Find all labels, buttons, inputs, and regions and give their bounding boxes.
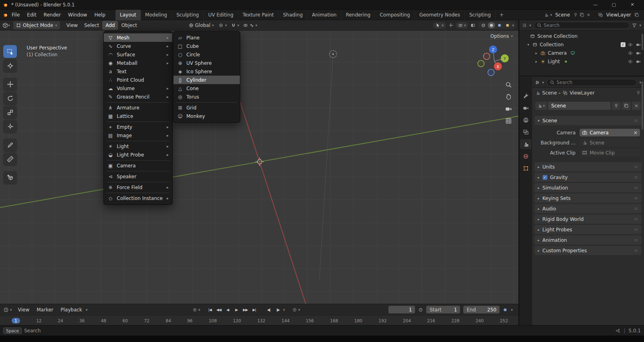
viewport-menu[interactable]: View xyxy=(63,21,81,30)
jump-to-end-button[interactable]: ▶| xyxy=(250,306,258,313)
shading-material-button[interactable] xyxy=(496,22,503,29)
chevron-down-icon[interactable]: ▾ xyxy=(529,23,531,27)
orientation-selector[interactable]: Global ▾ xyxy=(189,23,214,28)
topbar-menu[interactable]: Help xyxy=(91,10,109,20)
zoom-icon[interactable] xyxy=(505,81,512,88)
axis-negative-y-ball[interactable] xyxy=(478,60,484,67)
chevron-down-icon[interactable]: ▾ xyxy=(10,308,12,312)
grip-icon[interactable] xyxy=(634,118,638,123)
frame-number[interactable]: 144 xyxy=(281,318,289,323)
properties-section[interactable]: ▸ ✓ Rigid Body World xyxy=(535,214,642,224)
pin-icon[interactable] xyxy=(573,12,578,17)
prev-keyframe-button[interactable]: ◀◀ xyxy=(215,306,223,313)
close-button[interactable]: ✕ xyxy=(623,0,642,10)
chevron-down-icon[interactable]: ▾ xyxy=(255,23,257,27)
hide-in-viewport-eye-icon[interactable] xyxy=(628,59,633,64)
property-value-field[interactable]: Scene × xyxy=(580,139,640,146)
frame-number[interactable]: 96 xyxy=(187,318,192,323)
grip-icon[interactable] xyxy=(634,185,638,190)
outliner-item-label[interactable]: Camera xyxy=(548,50,567,56)
mesh-menu-item[interactable]: ⊞ Grid xyxy=(173,103,240,112)
annotate-tool[interactable] xyxy=(3,138,17,151)
outliner-row[interactable]: Scene Collection ✓ xyxy=(519,32,644,40)
editor-type-icon[interactable] xyxy=(2,23,8,28)
outliner-item-label[interactable]: Collection xyxy=(540,42,564,47)
scene-browse-icon[interactable] xyxy=(544,12,549,17)
unlink-button[interactable] xyxy=(632,102,641,110)
mesh-menu-item[interactable]: ◈ Ico Sphere xyxy=(173,67,240,76)
chevron-down-icon[interactable]: ▾ xyxy=(542,80,544,84)
grip-icon[interactable] xyxy=(634,227,638,232)
mesh-menu-item[interactable]: ⊕ UV Sphere xyxy=(173,59,240,67)
expander-icon[interactable]: ▸ xyxy=(534,51,539,55)
outliner-item-label[interactable]: Light xyxy=(548,59,560,64)
properties-scrollbar[interactable] xyxy=(642,81,643,130)
frame-number[interactable]: 1 xyxy=(12,318,20,323)
breadcrumb-scene[interactable]: Scene xyxy=(542,90,557,96)
mesh-menu-item[interactable]: ◎ Torus xyxy=(173,93,240,101)
maximize-button[interactable]: ▢ xyxy=(605,0,623,10)
add-menu-item[interactable]: ◉ Metaball ▸ xyxy=(104,59,172,67)
add-menu-item[interactable]: ▽ Mesh ▸ xyxy=(104,33,172,42)
grip-icon[interactable] xyxy=(634,238,638,243)
frame-number[interactable]: 48 xyxy=(101,318,106,323)
gravity-checkbox[interactable]: ✓ xyxy=(543,175,547,180)
add-cube-tool[interactable] xyxy=(3,171,17,184)
collection-checkbox[interactable]: ✓ xyxy=(621,42,625,47)
add-menu-item[interactable]: ⊲ Speaker ▸ xyxy=(104,172,172,181)
show-overlays[interactable]: ▾ xyxy=(456,22,469,29)
disable-in-renders-camera-icon[interactable] xyxy=(636,51,641,56)
tab-tool[interactable] xyxy=(520,91,531,101)
rotate-tool[interactable] xyxy=(3,92,17,105)
chevron-down-icon[interactable]: ▾ xyxy=(511,308,513,312)
timeline-menu[interactable]: Marker xyxy=(33,305,57,315)
outliner-row[interactable]: ▸ Light ✓ xyxy=(519,57,644,66)
timeline-menu[interactable]: View xyxy=(14,305,33,315)
camera-view-icon[interactable] xyxy=(505,105,512,112)
add-menu-item[interactable]: ▤ Image ▸ xyxy=(104,131,172,140)
shading-rendered-button[interactable] xyxy=(504,22,511,29)
viewlayer-icon[interactable] xyxy=(598,12,603,17)
fake-user-pin-button[interactable] xyxy=(612,102,621,110)
next-keyframe-button[interactable]: ▶▶ xyxy=(242,306,250,313)
viewport-menu[interactable]: Select xyxy=(81,21,102,30)
blender-menu-icon[interactable] xyxy=(2,12,8,18)
scene-panel-header[interactable]: ▾ Scene xyxy=(535,116,642,125)
grip-icon[interactable] xyxy=(634,206,638,211)
shading-solid-button[interactable] xyxy=(488,22,495,29)
chevron-down-icon[interactable]: ▾ xyxy=(8,23,10,27)
frame-number[interactable]: 60 xyxy=(122,318,128,323)
add-menu-item[interactable]: ⋔ Armature ▸ xyxy=(104,103,172,112)
viewlayer-name[interactable]: ViewLayer xyxy=(606,12,631,18)
viewport-menu[interactable]: Add xyxy=(102,21,118,30)
minimize-button[interactable]: — xyxy=(586,0,605,10)
move-tool[interactable] xyxy=(3,78,17,91)
workspace-tab[interactable]: Shading xyxy=(279,10,308,20)
disable-in-renders-camera-icon[interactable] xyxy=(636,42,641,47)
outliner-row[interactable]: ▸ Camera ✓ xyxy=(519,49,644,57)
frame-number[interactable]: 180 xyxy=(354,318,362,323)
outliner-search-input[interactable] xyxy=(544,23,627,28)
properties-section[interactable]: ▸ ✓ Light Probes xyxy=(535,225,642,234)
current-frame-field[interactable]: 1 xyxy=(388,306,415,313)
topbar-menu[interactable]: Window xyxy=(64,10,91,20)
frame-number[interactable]: 12 xyxy=(36,318,41,323)
shading-wireframe-button[interactable] xyxy=(480,22,487,29)
frame-number[interactable]: 252 xyxy=(500,318,508,323)
mode-selector[interactable]: Object Mode ▾ xyxy=(13,21,60,29)
properties-editor-icon[interactable] xyxy=(535,80,540,85)
grip-icon[interactable] xyxy=(634,165,638,169)
hide-in-viewport-eye-icon[interactable] xyxy=(628,42,633,47)
play-button[interactable]: ▶ xyxy=(233,306,241,313)
magnet-icon[interactable] xyxy=(231,23,236,28)
mesh-menu-item[interactable]: △ Cone xyxy=(173,84,240,93)
workspace-tab[interactable]: Animation xyxy=(308,10,341,20)
add-workspace-button[interactable]: + xyxy=(495,12,508,18)
workspace-tab[interactable]: Texture Paint xyxy=(238,10,279,20)
hide-in-viewport-eye-icon[interactable] xyxy=(628,51,633,56)
properties-section[interactable]: ▸ ✓ Gravity xyxy=(535,173,642,182)
workspace-tab[interactable]: Compositing xyxy=(375,10,415,20)
proportional-editing-controls[interactable]: ∿ ▾ xyxy=(243,23,257,28)
workspace-tab[interactable]: Sculpting xyxy=(172,10,204,20)
frame-number[interactable]: 204 xyxy=(403,318,411,323)
